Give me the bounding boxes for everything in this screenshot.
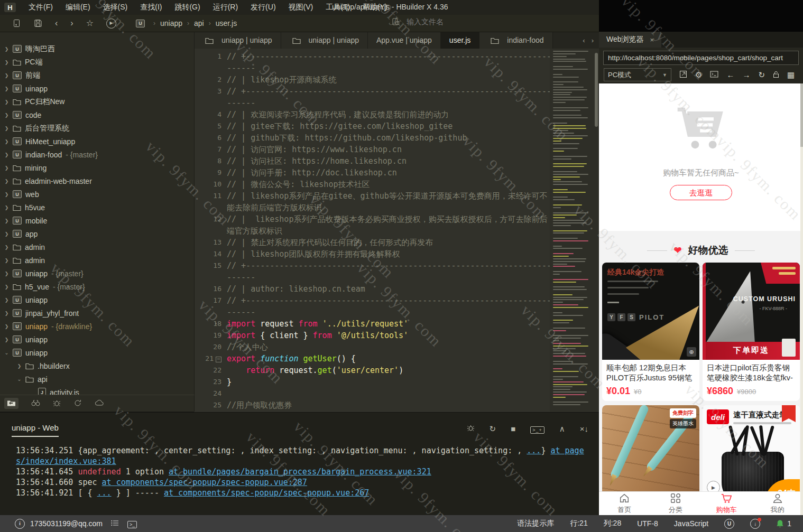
tree-item-PC归档New[interactable]: ❯PC归档New bbox=[0, 95, 194, 108]
tree-item-uniapp[interactable]: ❯Uuniapp- {master} bbox=[0, 267, 194, 280]
browser-refresh-icon[interactable]: ↻ bbox=[758, 71, 765, 79]
menu-item-3[interactable]: 查找(I) bbox=[140, 3, 162, 12]
editor-tab-2[interactable]: App.vue | uniapp bbox=[368, 32, 441, 49]
editor-tab-3[interactable]: user.js bbox=[441, 32, 479, 49]
search-input[interactable] bbox=[405, 17, 545, 26]
new-file-icon[interactable] bbox=[13, 19, 21, 27]
editor-tab-0[interactable]: uniapp | uniapp bbox=[194, 32, 281, 49]
minimap[interactable] bbox=[550, 49, 599, 412]
status-item-4[interactable]: JavaScript bbox=[674, 519, 708, 528]
breadcrumb-item-1[interactable]: api bbox=[194, 19, 204, 27]
qr-code-icon[interactable]: ▦ bbox=[787, 71, 795, 79]
favorite-star-icon[interactable]: ☆ bbox=[86, 19, 94, 27]
tree-item-app[interactable]: ❯Uapp bbox=[0, 227, 194, 240]
search-binoculars-icon[interactable] bbox=[31, 399, 40, 407]
account-info[interactable]: i 1735031199@qq.com bbox=[15, 519, 103, 529]
tree-item-indian-food[interactable]: ❯Uindian-food- {master} bbox=[0, 148, 194, 161]
minimap-scrollbar[interactable] bbox=[595, 53, 598, 127]
tab-user[interactable]: 我的 bbox=[752, 492, 803, 515]
tree-item-jinpai_yhyl_front[interactable]: ❯Ujinpai_yhyl_front bbox=[0, 306, 194, 320]
console-restart-icon[interactable]: ↻ bbox=[490, 425, 496, 433]
tree-item-uniapp[interactable]: ❯Uuniapp- {drawkline} bbox=[0, 320, 194, 333]
browser-back-icon[interactable]: ← bbox=[726, 71, 734, 79]
update-download-icon[interactable]: ↓ bbox=[750, 519, 760, 529]
cloud-sync-icon[interactable] bbox=[95, 399, 104, 407]
menu-item-4[interactable]: 跳转(G) bbox=[174, 3, 200, 12]
tree-item-admin[interactable]: ❯admin bbox=[0, 240, 194, 254]
uniapp-status-icon[interactable]: U bbox=[724, 519, 734, 529]
browser-tab[interactable]: Web浏览器 × bbox=[599, 32, 661, 48]
tree-item-eladmin-web-master[interactable]: ❯eladmin-web-master bbox=[0, 174, 194, 188]
console-tab[interactable]: uniapp - Web bbox=[12, 423, 59, 437]
source-link[interactable]: at bundle/pages/bargain_process/bargain_… bbox=[169, 467, 431, 477]
menu-item-7[interactable]: 视图(V) bbox=[289, 3, 313, 12]
source-link[interactable]: at components/spec-popup/spec-popup.vue:… bbox=[164, 488, 369, 498]
tree-item-h5vue[interactable]: ❯h5vue bbox=[0, 201, 194, 214]
fold-marker-icon[interactable]: – bbox=[216, 357, 221, 362]
go-shopping-button[interactable]: 去逛逛 bbox=[670, 185, 732, 200]
tree-item-web[interactable]: ❯Uweb bbox=[0, 188, 194, 201]
tree-item-uinapp[interactable]: ❯Uuinapp bbox=[0, 82, 194, 95]
editor-tab-1[interactable]: uniapp | uniapp bbox=[281, 32, 368, 49]
breadcrumb[interactable]: U›uniapp›api›user.js bbox=[133, 19, 237, 27]
open-external-icon[interactable] bbox=[679, 70, 687, 79]
browser-forward-icon[interactable]: → bbox=[742, 71, 750, 79]
nav-forward-icon[interactable]: › bbox=[70, 19, 73, 27]
terminal-status-icon[interactable]: >_ bbox=[127, 520, 137, 527]
tree-item-mobile[interactable]: ❯Umobile bbox=[0, 214, 194, 227]
tree-item-activity.js[interactable]: Jactivity.js bbox=[0, 386, 194, 395]
tree-item-admin[interactable]: ❯admin bbox=[0, 254, 194, 267]
page-scrollbar[interactable] bbox=[800, 83, 803, 515]
source-link[interactable]: ... bbox=[527, 446, 541, 455]
device-mode-select[interactable]: PC模式 ▼ bbox=[604, 68, 671, 81]
tree-item-code[interactable]: ❯Ucode bbox=[0, 108, 194, 122]
tree-item-嗨淘巴西[interactable]: ❯U嗨淘巴西 bbox=[0, 42, 194, 55]
menu-item-1[interactable]: 编辑(E) bbox=[66, 3, 90, 12]
tree-item-api[interactable]: ⌄api bbox=[0, 372, 194, 386]
code-editor[interactable]: 1// +-----------------------------------… bbox=[194, 49, 550, 414]
save-icon[interactable] bbox=[34, 19, 42, 27]
status-item-2[interactable]: 列:28 bbox=[604, 519, 621, 528]
product-card-2[interactable]: CUSTOM URUSHI- FKV-888R -下单即送日本进口pilot百乐… bbox=[703, 263, 800, 401]
browser-lock-icon[interactable] bbox=[773, 71, 779, 79]
tree-item-uniapp[interactable]: ⌄Uuniapp bbox=[0, 346, 194, 359]
source-link[interactable]: at components/spec-popup/spec-popup.vue:… bbox=[102, 478, 307, 487]
editor-tab-4[interactable]: indian-food bbox=[479, 32, 552, 49]
tree-item-uniapp[interactable]: ❯Uuniapp bbox=[0, 293, 194, 306]
console-debug-icon[interactable] bbox=[467, 424, 475, 433]
tree-item-前端[interactable]: ❯U前端 bbox=[0, 69, 194, 82]
notification-bell[interactable]: 1 bbox=[776, 519, 791, 528]
tree-item-HiMeet_uniapp[interactable]: ❯UHiMeet_uniapp bbox=[0, 135, 194, 148]
console-clear-icon[interactable]: ×↓ bbox=[580, 425, 588, 433]
outline-list-icon[interactable] bbox=[111, 520, 119, 527]
breadcrumb-item-0[interactable]: uniapp bbox=[160, 19, 182, 27]
file-search[interactable] bbox=[392, 17, 545, 26]
address-bar[interactable]: http://localhost:8080/mobile/pages/shop_… bbox=[603, 51, 799, 65]
tab-scroll-left-icon[interactable]: ‹ bbox=[583, 36, 585, 44]
tree-item-h5_vue[interactable]: ❯h5_vue- {master} bbox=[0, 280, 194, 293]
status-item-1[interactable]: 行:21 bbox=[570, 519, 587, 528]
tab-scroll-right-icon[interactable]: › bbox=[592, 36, 594, 44]
tree-item-后台管理系统[interactable]: ❯后台管理系统 bbox=[0, 122, 194, 135]
menu-item-5[interactable]: 运行(R) bbox=[213, 3, 238, 12]
console-terminal-icon[interactable]: >_+ bbox=[530, 425, 544, 433]
tab-grid[interactable]: 分类 bbox=[650, 492, 702, 515]
tab-home[interactable]: 首页 bbox=[599, 492, 650, 515]
run-icon[interactable]: ▶ bbox=[106, 18, 116, 29]
status-item-0[interactable]: 语法提示库 bbox=[517, 519, 554, 528]
product-card-1[interactable]: 经典14k金尖打造YFSPILOT⊕顺丰包邮 12期免息日本PILOT百乐Jus… bbox=[602, 263, 699, 401]
debug-bug-icon[interactable] bbox=[53, 399, 61, 408]
menu-item-0[interactable]: 文件(F) bbox=[29, 3, 53, 12]
browser-tab-close-icon[interactable]: × bbox=[650, 36, 654, 44]
tree-item-uniapp[interactable]: ❯Uuniapp bbox=[0, 333, 194, 346]
locate-file-icon[interactable] bbox=[4, 398, 19, 409]
browser-settings-gear-icon[interactable]: ⚙ bbox=[695, 71, 702, 79]
tree-item-PC端[interactable]: ❯PC端 bbox=[0, 55, 194, 69]
refresh-sync-icon[interactable] bbox=[73, 399, 82, 408]
product-card-3[interactable]: 免费刻字英雄墨水 bbox=[602, 405, 699, 502]
source-link[interactable]: ... bbox=[97, 488, 112, 498]
console-collapse-icon[interactable]: ∧ bbox=[559, 425, 565, 433]
breadcrumb-item-2[interactable]: user.js bbox=[216, 19, 237, 27]
browser-console-icon[interactable] bbox=[710, 71, 718, 79]
tree-item-mining[interactable]: ❯mining bbox=[0, 161, 194, 174]
